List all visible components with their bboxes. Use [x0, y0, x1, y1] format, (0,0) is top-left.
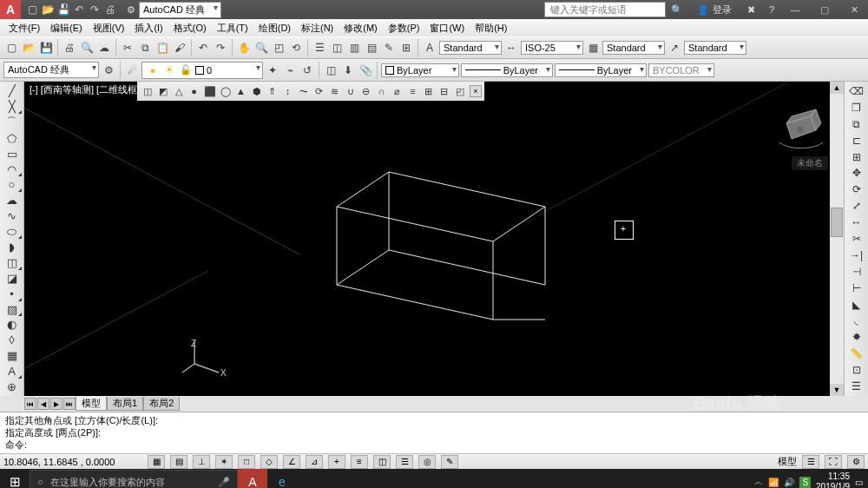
circle-icon[interactable]: ○ — [3, 177, 22, 192]
preview-icon[interactable]: 🔍 — [79, 40, 95, 56]
zoomprev-icon[interactable]: ⟲ — [288, 40, 304, 56]
tray-vol-icon[interactable]: 🔊 — [784, 478, 794, 487]
menu-param[interactable]: 参数(P) — [383, 20, 425, 36]
wedge-icon[interactable]: ◩ — [155, 84, 170, 99]
array-icon[interactable]: ⊞ — [847, 149, 866, 165]
toolbar-close-icon[interactable]: × — [470, 85, 482, 97]
xref-icon[interactable]: 📎 — [358, 63, 373, 78]
workspace-dd2[interactable]: AutoCAD 经典 — [3, 62, 99, 78]
undo-icon[interactable]: ↶ — [195, 40, 211, 56]
thicken-icon[interactable]: ≡ — [405, 84, 420, 99]
arc-icon[interactable]: ◠ — [3, 162, 22, 177]
extrude-icon[interactable]: ⇑ — [265, 84, 279, 99]
sc-toggle[interactable]: ◎ — [418, 455, 436, 469]
imprint-icon[interactable]: ⊞ — [421, 84, 436, 99]
menu-file[interactable]: 文件(F) — [3, 20, 45, 36]
join-icon[interactable]: ⊢ — [847, 280, 866, 296]
status-extra2[interactable]: ⛶ — [825, 455, 842, 469]
viewport[interactable]: [-] [西南等轴测] [二维线框] ◫ ◩ △ ● ⬛ ◯ ▲ ⬢ ⇑ ↕ ⤳… — [24, 82, 844, 396]
menu-edit[interactable]: 编辑(E) — [45, 20, 88, 36]
exchange-icon[interactable]: ✖ — [740, 4, 762, 16]
lwt-toggle[interactable]: ≡ — [351, 455, 368, 469]
taskbar-clock[interactable]: 11:35 2019/1/9 — [816, 472, 850, 488]
new-icon[interactable]: ▢ — [3, 40, 19, 56]
undo-icon[interactable]: ↶ — [73, 3, 85, 16]
menu-insert[interactable]: 插入(I) — [129, 20, 168, 36]
tablestyle-dd[interactable]: Standard — [602, 41, 665, 55]
workspace-dropdown[interactable]: ⚙ AutoCAD 经典 — [122, 2, 227, 18]
polygon-icon[interactable]: ⬠ — [3, 131, 22, 146]
ellipse-icon[interactable]: ⬭ — [3, 224, 22, 239]
stretch-icon[interactable]: ↔ — [847, 214, 866, 230]
dimstyle-icon[interactable]: ↔ — [503, 40, 519, 56]
ws-settings-icon[interactable]: ⚙ — [101, 63, 116, 78]
copyobj-icon[interactable]: ❐ — [847, 100, 866, 115]
revcloud-icon[interactable]: ☁ — [3, 193, 22, 208]
scroll-up-icon[interactable]: ▲ — [830, 82, 844, 94]
plot-icon[interactable]: 🖨 — [62, 40, 77, 56]
viewcube-wcs[interactable]: 未命名 — [792, 156, 828, 170]
insert-icon[interactable]: ⬇ — [340, 63, 356, 78]
pyramid-icon[interactable]: ▲ — [233, 84, 248, 99]
slice-icon[interactable]: ⌀ — [390, 84, 404, 99]
status-extra1[interactable]: ☰ — [802, 455, 819, 469]
help-icon[interactable]: ? — [762, 4, 781, 15]
lineweight-dd[interactable]: ByLayer — [555, 63, 647, 77]
windows-search-input[interactable]: ○ 在这里输入你要搜索的内容 🎤 — [30, 470, 238, 488]
search-icon[interactable]: 🔍 — [666, 4, 688, 16]
sweep-icon[interactable]: ⤳ — [296, 84, 311, 99]
redo-icon[interactable]: ↷ — [213, 40, 228, 56]
cmd-prompt[interactable]: 命令: — [5, 439, 863, 451]
view-cube[interactable]: 南 — [771, 97, 832, 158]
rotate-icon[interactable]: ⟳ — [847, 181, 866, 197]
hatch-icon[interactable]: ▨ — [3, 302, 22, 317]
menu-help[interactable]: 帮助(H) — [470, 20, 512, 36]
sep-icon[interactable]: ⊟ — [437, 84, 451, 99]
tab-prev-icon[interactable]: ◀ — [37, 398, 49, 410]
markup-icon[interactable]: ✎ — [381, 40, 397, 56]
insertblk-icon[interactable]: ◫ — [3, 255, 22, 270]
tablestyle-icon[interactable]: ▦ — [585, 40, 601, 56]
print-icon[interactable]: 🖨 — [104, 3, 116, 16]
gradient-icon[interactable]: ◐ — [3, 317, 22, 332]
close-button[interactable]: ✕ — [840, 1, 868, 18]
region-icon[interactable]: ◊ — [3, 333, 22, 347]
color-dd[interactable]: ByLayer — [381, 63, 459, 77]
scroll-thumb[interactable] — [831, 208, 843, 237]
scroll-down-icon[interactable]: ▼ — [830, 384, 844, 396]
layeriso-icon[interactable]: ✦ — [265, 63, 280, 78]
copy-icon[interactable]: ⧉ — [137, 40, 153, 56]
ducs-toggle[interactable]: ⊿ — [306, 455, 323, 469]
textstyle-dd[interactable]: Standard — [439, 41, 502, 55]
mleaderstyle-dd[interactable]: Standard — [684, 41, 746, 55]
polysolid-icon[interactable]: ⬢ — [249, 84, 264, 99]
tab-last-icon[interactable]: ⏭ — [63, 398, 76, 410]
menu-dim[interactable]: 标注(N) — [296, 20, 339, 36]
layerprev-icon[interactable]: ↺ — [299, 63, 315, 78]
ellarc-icon[interactable]: ◗ — [3, 240, 22, 254]
layerprops-icon[interactable]: ☄ — [124, 63, 140, 78]
tab-layout2[interactable]: 布局2 — [143, 397, 180, 411]
calc-icon[interactable]: ⊞ — [398, 40, 414, 56]
scale-icon[interactable]: ⤢ — [847, 198, 866, 214]
taskbar-edge-icon[interactable]: e — [267, 469, 297, 488]
erase-icon[interactable]: ⌫ — [847, 83, 866, 99]
subtract-icon[interactable]: ⊖ — [358, 84, 373, 99]
status-extra3[interactable]: ⚙ — [847, 455, 865, 469]
plotstyle-dd[interactable]: BYCOLOR — [648, 63, 714, 77]
extend-icon[interactable]: →| — [847, 247, 866, 263]
paste-icon[interactable]: 📋 — [155, 40, 170, 56]
props-icon[interactable]: ☰ — [312, 40, 327, 56]
app-logo[interactable]: A — [0, 0, 21, 19]
tray-ime-icon[interactable]: S — [799, 477, 811, 488]
polar-toggle[interactable]: ✶ — [215, 455, 233, 469]
3dosnap-toggle[interactable]: ◇ — [260, 455, 278, 469]
point-icon[interactable]: • — [3, 287, 22, 301]
menu-window[interactable]: 窗口(W) — [424, 20, 470, 36]
save-icon[interactable]: 💾 — [38, 40, 54, 56]
tray-up-icon[interactable]: ︿ — [754, 476, 763, 488]
dyn-toggle[interactable]: + — [328, 455, 345, 469]
sphere-icon[interactable]: ● — [187, 84, 201, 99]
redo-icon[interactable]: ↷ — [89, 3, 101, 16]
presspull-icon[interactable]: ↕ — [280, 84, 295, 99]
